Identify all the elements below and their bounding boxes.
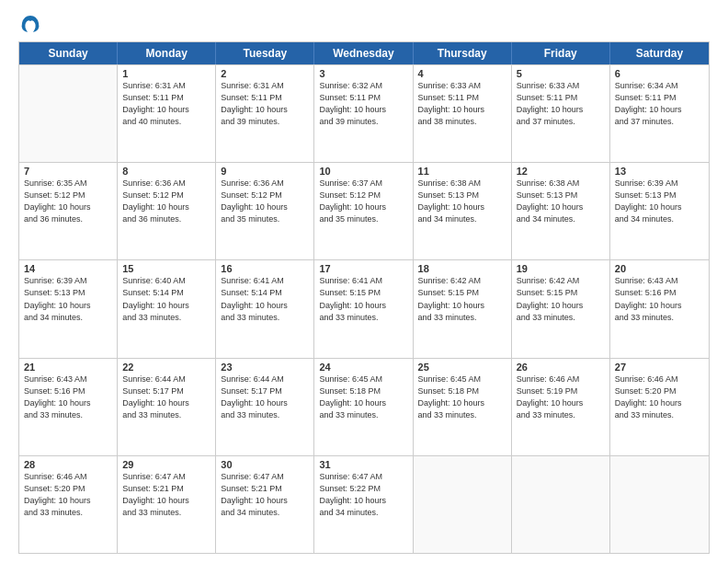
calendar-cell: 21Sunrise: 6:43 AMSunset: 5:16 PMDayligh…: [19, 359, 118, 455]
day-number: 4: [418, 68, 506, 79]
day-number: 3: [319, 68, 407, 79]
calendar-cell: [512, 456, 610, 553]
day-info: Sunrise: 6:38 AMSunset: 5:13 PMDaylight:…: [418, 178, 506, 225]
day-number: 18: [418, 263, 506, 274]
day-info: Sunrise: 6:32 AMSunset: 5:11 PMDaylight:…: [319, 80, 407, 128]
calendar-cell: 15Sunrise: 6:40 AMSunset: 5:14 PMDayligh…: [118, 260, 216, 357]
calendar-cell: 16Sunrise: 6:41 AMSunset: 5:14 PMDayligh…: [216, 260, 314, 357]
calendar-cell: 20Sunrise: 6:43 AMSunset: 5:16 PMDayligh…: [610, 260, 709, 357]
day-number: 28: [24, 459, 112, 470]
calendar-row-1: 7Sunrise: 6:35 AMSunset: 5:12 PMDaylight…: [19, 162, 709, 259]
day-info: Sunrise: 6:31 AMSunset: 5:11 PMDaylight:…: [122, 80, 210, 128]
calendar-cell: 5Sunrise: 6:33 AMSunset: 5:11 PMDaylight…: [512, 65, 610, 162]
day-info: Sunrise: 6:45 AMSunset: 5:18 PMDaylight:…: [319, 373, 407, 421]
day-info: Sunrise: 6:41 AMSunset: 5:14 PMDaylight:…: [221, 275, 309, 323]
day-number: 2: [221, 68, 309, 79]
day-info: Sunrise: 6:43 AMSunset: 5:16 PMDaylight:…: [24, 373, 112, 421]
day-number: 10: [319, 166, 407, 177]
logo-icon: [20, 14, 40, 34]
calendar-row-0: 1Sunrise: 6:31 AMSunset: 5:11 PMDaylight…: [19, 64, 709, 162]
day-info: Sunrise: 6:45 AMSunset: 5:18 PMDaylight:…: [418, 373, 506, 421]
day-info: Sunrise: 6:44 AMSunset: 5:17 PMDaylight:…: [122, 373, 210, 421]
calendar-cell: 18Sunrise: 6:42 AMSunset: 5:15 PMDayligh…: [414, 260, 512, 357]
day-number: 19: [517, 263, 605, 274]
day-number: 6: [615, 68, 704, 79]
header-day-saturday: Saturday: [610, 42, 709, 64]
day-info: Sunrise: 6:44 AMSunset: 5:17 PMDaylight:…: [221, 373, 309, 421]
day-number: 14: [24, 263, 112, 274]
day-info: Sunrise: 6:43 AMSunset: 5:16 PMDaylight:…: [615, 275, 704, 323]
day-info: Sunrise: 6:31 AMSunset: 5:11 PMDaylight:…: [221, 80, 309, 128]
header: [18, 14, 710, 34]
calendar-cell: 14Sunrise: 6:39 AMSunset: 5:13 PMDayligh…: [19, 260, 118, 357]
day-info: Sunrise: 6:47 AMSunset: 5:21 PMDaylight:…: [122, 471, 210, 519]
day-info: Sunrise: 6:35 AMSunset: 5:12 PMDaylight:…: [24, 178, 112, 225]
calendar-cell: 4Sunrise: 6:33 AMSunset: 5:11 PMDaylight…: [414, 65, 512, 162]
calendar-cell: 9Sunrise: 6:36 AMSunset: 5:12 PMDaylight…: [216, 163, 314, 259]
day-number: 11: [418, 166, 506, 177]
header-day-monday: Monday: [118, 42, 216, 64]
calendar-cell: 17Sunrise: 6:41 AMSunset: 5:15 PMDayligh…: [314, 260, 413, 357]
header-day-sunday: Sunday: [19, 42, 118, 64]
header-day-tuesday: Tuesday: [216, 42, 314, 64]
day-number: 22: [122, 362, 210, 373]
day-number: 21: [24, 362, 112, 373]
day-info: Sunrise: 6:38 AMSunset: 5:13 PMDaylight:…: [517, 178, 605, 225]
day-number: 8: [122, 166, 210, 177]
header-day-thursday: Thursday: [414, 42, 512, 64]
calendar-cell: 1Sunrise: 6:31 AMSunset: 5:11 PMDaylight…: [118, 65, 216, 162]
calendar-cell: 8Sunrise: 6:36 AMSunset: 5:12 PMDaylight…: [118, 163, 216, 259]
day-info: Sunrise: 6:33 AMSunset: 5:11 PMDaylight:…: [517, 80, 605, 128]
calendar-body: 1Sunrise: 6:31 AMSunset: 5:11 PMDaylight…: [19, 64, 709, 553]
day-info: Sunrise: 6:47 AMSunset: 5:21 PMDaylight:…: [221, 471, 309, 519]
day-info: Sunrise: 6:34 AMSunset: 5:11 PMDaylight:…: [615, 80, 704, 128]
day-info: Sunrise: 6:36 AMSunset: 5:12 PMDaylight:…: [122, 178, 210, 225]
calendar-cell: 24Sunrise: 6:45 AMSunset: 5:18 PMDayligh…: [314, 359, 413, 455]
day-number: 5: [517, 68, 605, 79]
calendar-cell: 26Sunrise: 6:46 AMSunset: 5:19 PMDayligh…: [512, 359, 610, 455]
calendar-cell: [19, 65, 118, 162]
calendar-cell: 22Sunrise: 6:44 AMSunset: 5:17 PMDayligh…: [118, 359, 216, 455]
calendar-cell: 12Sunrise: 6:38 AMSunset: 5:13 PMDayligh…: [512, 163, 610, 259]
day-info: Sunrise: 6:39 AMSunset: 5:13 PMDaylight:…: [24, 275, 112, 323]
calendar: SundayMondayTuesdayWednesdayThursdayFrid…: [18, 41, 710, 554]
header-day-wednesday: Wednesday: [314, 42, 413, 64]
day-info: Sunrise: 6:39 AMSunset: 5:13 PMDaylight:…: [615, 178, 704, 225]
calendar-cell: 6Sunrise: 6:34 AMSunset: 5:11 PMDaylight…: [610, 65, 709, 162]
calendar-cell: 29Sunrise: 6:47 AMSunset: 5:21 PMDayligh…: [118, 456, 216, 553]
calendar-cell: 11Sunrise: 6:38 AMSunset: 5:13 PMDayligh…: [414, 163, 512, 259]
day-info: Sunrise: 6:42 AMSunset: 5:15 PMDaylight:…: [517, 275, 605, 323]
calendar-row-3: 21Sunrise: 6:43 AMSunset: 5:16 PMDayligh…: [19, 358, 709, 455]
logo: [18, 14, 40, 34]
calendar-cell: 31Sunrise: 6:47 AMSunset: 5:22 PMDayligh…: [314, 456, 413, 553]
day-info: Sunrise: 6:46 AMSunset: 5:20 PMDaylight:…: [615, 373, 704, 421]
calendar-cell: 28Sunrise: 6:46 AMSunset: 5:20 PMDayligh…: [19, 456, 118, 553]
day-number: 29: [122, 459, 210, 470]
day-number: 17: [319, 263, 407, 274]
day-info: Sunrise: 6:37 AMSunset: 5:12 PMDaylight:…: [319, 178, 407, 225]
calendar-cell: 13Sunrise: 6:39 AMSunset: 5:13 PMDayligh…: [610, 163, 709, 259]
calendar-cell: [610, 456, 709, 553]
day-number: 20: [615, 263, 704, 274]
day-info: Sunrise: 6:33 AMSunset: 5:11 PMDaylight:…: [418, 80, 506, 128]
day-number: 26: [517, 362, 605, 373]
calendar-cell: 10Sunrise: 6:37 AMSunset: 5:12 PMDayligh…: [314, 163, 413, 259]
calendar-row-2: 14Sunrise: 6:39 AMSunset: 5:13 PMDayligh…: [19, 259, 709, 357]
page: SundayMondayTuesdayWednesdayThursdayFrid…: [0, 0, 728, 563]
calendar-cell: 27Sunrise: 6:46 AMSunset: 5:20 PMDayligh…: [610, 359, 709, 455]
calendar-cell: 7Sunrise: 6:35 AMSunset: 5:12 PMDaylight…: [19, 163, 118, 259]
calendar-cell: [414, 456, 512, 553]
day-number: 13: [615, 166, 704, 177]
day-number: 30: [221, 459, 309, 470]
day-number: 25: [418, 362, 506, 373]
calendar-cell: 25Sunrise: 6:45 AMSunset: 5:18 PMDayligh…: [414, 359, 512, 455]
calendar-cell: 2Sunrise: 6:31 AMSunset: 5:11 PMDaylight…: [216, 65, 314, 162]
day-info: Sunrise: 6:46 AMSunset: 5:20 PMDaylight:…: [24, 471, 112, 519]
day-number: 7: [24, 166, 112, 177]
day-info: Sunrise: 6:42 AMSunset: 5:15 PMDaylight:…: [418, 275, 506, 323]
day-number: 15: [122, 263, 210, 274]
calendar-cell: 19Sunrise: 6:42 AMSunset: 5:15 PMDayligh…: [512, 260, 610, 357]
day-number: 12: [517, 166, 605, 177]
header-day-friday: Friday: [512, 42, 610, 64]
calendar-header: SundayMondayTuesdayWednesdayThursdayFrid…: [19, 42, 709, 64]
